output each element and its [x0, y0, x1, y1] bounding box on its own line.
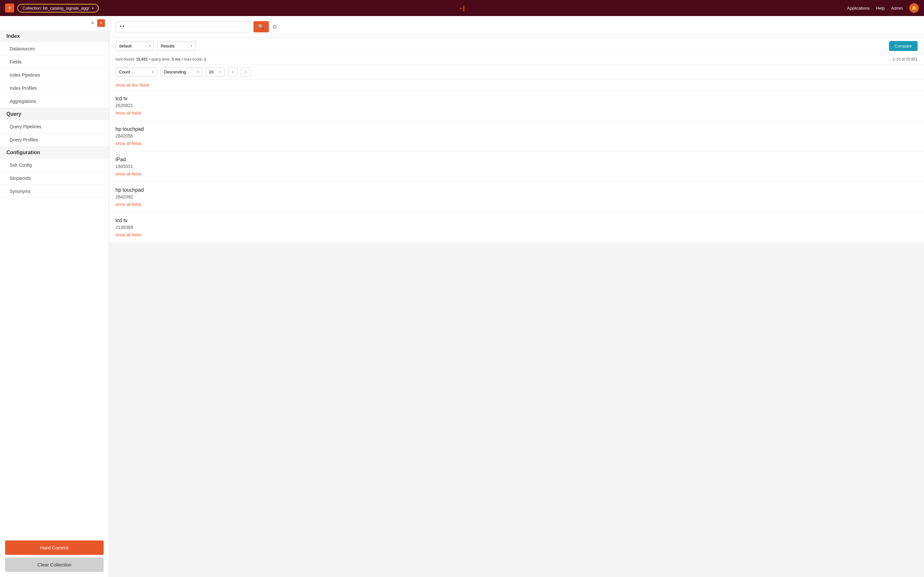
- collection-label: Collection: bb_catalog_signals_aggr: [23, 6, 89, 11]
- results-meta: num-found: 15,651 • query-time: 3 ms • m…: [115, 57, 889, 61]
- default-select[interactable]: default ▾: [115, 41, 154, 51]
- search-settings-button[interactable]: ⚙: [272, 23, 277, 31]
- show-all-fields-2: show all fields: [115, 171, 918, 177]
- search-button[interactable]: 🔍: [254, 21, 269, 32]
- result-title-2: iPad: [115, 157, 918, 163]
- chevron-down-icon: ▾: [149, 44, 150, 48]
- chevron-down-icon: ▾: [152, 70, 153, 74]
- show-all-fields-link-2[interactable]: show all fields: [115, 171, 142, 176]
- show-all-fields-link-4[interactable]: show all fields: [115, 232, 142, 237]
- result-id-3: 2842092: [115, 194, 918, 199]
- add-item-button[interactable]: +: [97, 19, 105, 27]
- sidebar-item-index-pipelines[interactable]: Index Pipelines: [0, 69, 109, 82]
- sort-field-select[interactable]: Count ▾: [115, 67, 157, 77]
- sort-direction-label: Descending: [164, 69, 186, 74]
- show-all-fields-link-0[interactable]: show all fields: [115, 111, 142, 115]
- next-icon: ›: [245, 69, 247, 74]
- sidebar-item-fields[interactable]: Fields: [0, 55, 109, 69]
- sidebar-item-query-profiles[interactable]: Query Profiles: [0, 133, 109, 147]
- show-all-fields-4: show all fields: [115, 232, 918, 237]
- chevron-down-icon: ▾: [197, 70, 199, 74]
- result-title-4: lcd tv: [115, 218, 918, 223]
- table-row: iPad 1945531 show all fields: [109, 152, 924, 182]
- sidebar-item-solr-config[interactable]: Solr Config: [0, 159, 109, 172]
- collection-selector[interactable]: Collection: bb_catalog_signals_aggr ▾: [17, 4, 99, 13]
- header-left: + Collection: bb_catalog_signals_aggr ▾: [5, 3, 99, 13]
- result-id-2: 1945531: [115, 164, 918, 169]
- default-label: default: [119, 44, 132, 48]
- sidebar-item-query-pipelines[interactable]: Query Pipelines: [0, 120, 109, 133]
- sidebar-item-stopwords[interactable]: Stopwords: [0, 172, 109, 185]
- app-logo: ⌐|: [459, 4, 464, 12]
- results-info-bar: num-found: 15,651 • query-time: 3 ms • m…: [109, 55, 924, 64]
- show-all-fields-0: show all fields: [115, 110, 918, 116]
- nav-applications[interactable]: Applications: [847, 6, 869, 11]
- query-time: 3 ms: [172, 57, 180, 61]
- result-id-1: 2842056: [115, 133, 918, 139]
- table-row: lcd tv 2138389 show all fields: [109, 213, 924, 243]
- logo-text: ⌐|: [459, 5, 464, 11]
- close-sidebar-button[interactable]: ×: [91, 19, 94, 27]
- clear-collection-button[interactable]: Clear Collection: [5, 558, 103, 572]
- result-id-0: 2620821: [115, 103, 918, 108]
- sidebar-item-synonyms[interactable]: Synonyms: [0, 185, 109, 198]
- sidebar-bottom-actions: Hard Commit Clear Collection: [0, 535, 109, 577]
- hard-commit-button[interactable]: Hard Commit: [5, 540, 103, 555]
- sidebar-index-section: Index Datasources Fields Index Pipelines…: [0, 30, 109, 108]
- results-list: lcd tv 2620821 show all fields hp touchp…: [109, 91, 924, 243]
- search-bar-area: 🔍 ⚙: [109, 16, 924, 38]
- main-layout: × + Index Datasources Fields Index Pipel…: [0, 16, 924, 577]
- show-all-fields-link-1[interactable]: show all fields: [115, 141, 142, 146]
- show-all-fields-3: show all fields: [115, 201, 918, 207]
- result-title-1: hp touchpad: [115, 126, 918, 132]
- prev-page-button[interactable]: ‹: [228, 67, 238, 77]
- max-score: 1: [204, 57, 206, 61]
- bell-icon: 🔔: [911, 5, 917, 11]
- sidebar-item-aggregations[interactable]: Aggregations: [0, 95, 109, 108]
- results-label: Results: [161, 44, 174, 48]
- sidebar-item-datasources[interactable]: Datasources: [0, 42, 109, 55]
- nav-admin[interactable]: Admin: [891, 6, 903, 11]
- result-title-0: lcd tv: [115, 96, 918, 102]
- sidebar-top-actions: × +: [0, 16, 109, 30]
- compare-button[interactable]: Compare: [889, 41, 918, 51]
- prev-icon: ‹: [232, 69, 234, 74]
- pagination-info: 1-10 of 15,651: [893, 57, 918, 61]
- gear-icon: ⚙: [272, 24, 277, 30]
- show-all-fields-link-3[interactable]: show all fields: [115, 202, 142, 207]
- num-found: 15,651: [136, 57, 148, 61]
- nav-help[interactable]: Help: [876, 6, 885, 11]
- table-row: lcd tv 2620821 show all fields: [109, 91, 924, 121]
- result-id-4: 2138389: [115, 225, 918, 230]
- sidebar-item-index-profiles[interactable]: Index Profiles: [0, 82, 109, 95]
- sidebar-section-index-header: Index: [0, 30, 109, 42]
- header: + Collection: bb_catalog_signals_aggr ▾ …: [0, 0, 924, 16]
- results-select[interactable]: Results ▾: [157, 41, 196, 51]
- sidebar: × + Index Datasources Fields Index Pipel…: [0, 16, 109, 577]
- search-icon: 🔍: [258, 24, 264, 29]
- sort-direction-select[interactable]: Descending ▾: [160, 67, 202, 77]
- notifications-button[interactable]: 🔔: [909, 3, 919, 13]
- search-input[interactable]: [115, 21, 250, 32]
- sort-bar: Count ▾ Descending ▾ 10 ▾ ‹ ›: [109, 64, 924, 79]
- show-all-fields-1: show all fields: [115, 140, 918, 146]
- chevron-down-icon: ▾: [92, 6, 94, 10]
- sort-field-label: Count: [119, 69, 130, 74]
- header-nav: Applications Help Admin 🔔: [847, 3, 919, 13]
- next-page-button[interactable]: ›: [241, 67, 251, 77]
- show-all-doc-fields-container: show all doc fields: [109, 79, 924, 91]
- chevron-down-icon: ▾: [220, 70, 221, 74]
- result-title-3: hp touchpad: [115, 187, 918, 193]
- sidebar-section-configuration-header: Configuration: [0, 147, 109, 159]
- page-size-select[interactable]: 10 ▾: [205, 67, 225, 77]
- chevron-down-icon: ▾: [191, 44, 192, 48]
- add-collection-button[interactable]: +: [5, 3, 14, 13]
- sidebar-configuration-section: Configuration Solr Config Stopwords Syno…: [0, 147, 109, 198]
- sidebar-query-section: Query Query Pipelines Query Profiles: [0, 108, 109, 147]
- results-toolbar: default ▾ Results ▾ Compare: [109, 38, 924, 55]
- show-all-doc-fields-link[interactable]: show all doc fields: [115, 83, 150, 87]
- page-size-label: 10: [209, 69, 213, 74]
- table-row: hp touchpad 2842092 show all fields: [109, 182, 924, 213]
- content-area: 🔍 ⚙ default ▾ Results ▾ Compare num-foun…: [109, 16, 924, 577]
- table-row: hp touchpad 2842056 show all fields: [109, 121, 924, 152]
